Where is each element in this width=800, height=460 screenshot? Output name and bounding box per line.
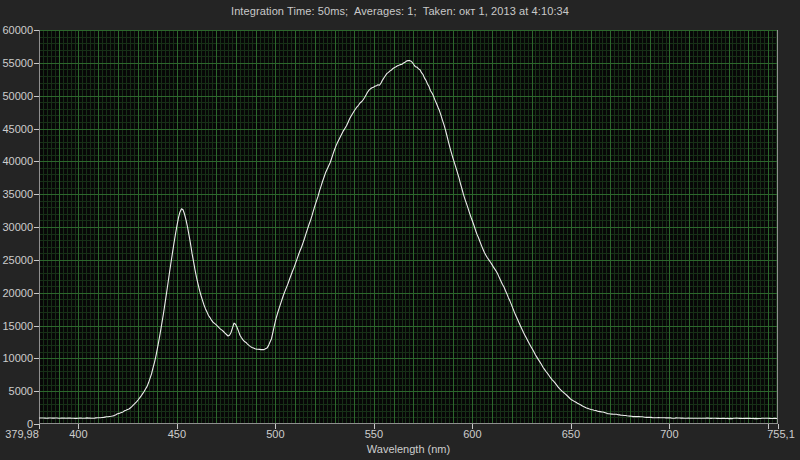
x-tick-label: 450 [147, 428, 207, 440]
y-tick-label: 35000 [0, 188, 33, 200]
y-tick-label: 30000 [0, 221, 33, 233]
y-tick-label: 10000 [0, 352, 33, 364]
y-tick-label: 60000 [0, 24, 33, 36]
chart-title: Integration Time: 50ms; Averages: 1; Tak… [0, 5, 800, 17]
y-tick-label: 55000 [0, 57, 33, 69]
y-tick-label: 50000 [0, 90, 33, 102]
x-tick-label: 550 [344, 428, 404, 440]
y-tick-label: 25000 [0, 254, 33, 266]
spectrum-plot [39, 30, 778, 424]
x-tick-label: 400 [48, 428, 108, 440]
x-tick-label: 755,1 [751, 428, 800, 440]
x-axis-title: Wavelength (nm) [39, 443, 778, 455]
x-tick-label: 700 [639, 428, 699, 440]
chart-canvas[interactable] [39, 30, 778, 424]
x-tick-label: 600 [442, 428, 502, 440]
y-tick-label: 20000 [0, 287, 33, 299]
y-tick-label: 45000 [0, 123, 33, 135]
y-tick-label: 5000 [0, 385, 33, 397]
x-tick-label: 500 [245, 428, 305, 440]
y-tick-label: 40000 [0, 155, 33, 167]
y-tick-label: 15000 [0, 320, 33, 332]
x-tick-label: 379,98 [0, 428, 52, 440]
spectrometer-window: { "header": { "title": "Integration Time… [0, 0, 800, 460]
x-tick-label: 650 [541, 428, 601, 440]
